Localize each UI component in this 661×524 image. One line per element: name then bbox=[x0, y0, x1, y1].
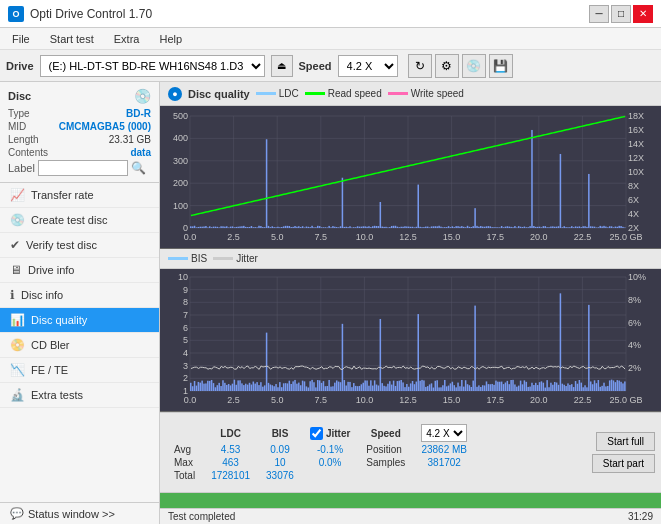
stats-speed-select[interactable]: 4.2 X bbox=[421, 424, 467, 442]
disc-type-row: Type BD-R bbox=[8, 108, 151, 119]
verify-test-disc-icon: ✔ bbox=[10, 238, 20, 252]
nav-label-fe-te: FE / TE bbox=[31, 364, 68, 376]
disc-label-row: Label 🔍 bbox=[8, 160, 151, 176]
stats-bar: LDC BIS Jitter Speed 4.2 X bbox=[160, 412, 661, 492]
save-icon[interactable]: 💾 bbox=[489, 54, 513, 78]
status-window-button[interactable]: 💬 Status window >> bbox=[0, 502, 159, 524]
legend-ldc: LDC bbox=[256, 88, 299, 99]
jitter-color-swatch bbox=[213, 257, 233, 260]
sidebar-item-drive-info[interactable]: 🖥 Drive info bbox=[0, 258, 159, 283]
legend-bis-label: BIS bbox=[191, 253, 207, 264]
disc-contents-row: Contents data bbox=[8, 147, 151, 158]
settings-icon[interactable]: ⚙ bbox=[435, 54, 459, 78]
disc-label-label: Label bbox=[8, 162, 35, 174]
ldc-chart bbox=[160, 106, 661, 249]
progress-bar-container bbox=[160, 492, 661, 508]
titlebar: O Opti Drive Control 1.70 ─ □ ✕ bbox=[0, 0, 661, 28]
sidebar-item-extra-tests[interactable]: 🔬 Extra tests bbox=[0, 383, 159, 408]
stats-total-ldc: 1728101 bbox=[203, 469, 258, 482]
disc-type-value: BD-R bbox=[126, 108, 151, 119]
stats-header-row: LDC BIS Jitter Speed 4.2 X bbox=[166, 423, 475, 443]
write-color-swatch bbox=[388, 92, 408, 95]
legend-bis: BIS bbox=[168, 253, 207, 264]
chart-header: ● Disc quality LDC Read speed Write spee… bbox=[160, 82, 661, 106]
disc-info-icon: ℹ bbox=[10, 288, 15, 302]
nav-label-disc-info: Disc info bbox=[21, 289, 63, 301]
menu-help[interactable]: Help bbox=[155, 32, 186, 46]
stats-avg-label: Avg bbox=[166, 443, 203, 456]
stats-header-speed-label: Speed bbox=[358, 423, 413, 443]
disc-section-label: Disc bbox=[8, 90, 31, 102]
disc-label-input[interactable] bbox=[38, 160, 128, 176]
titlebar-left: O Opti Drive Control 1.70 bbox=[8, 6, 152, 22]
refresh-icon[interactable]: ↻ bbox=[408, 54, 432, 78]
legend-ldc-label: LDC bbox=[279, 88, 299, 99]
status-area: 💬 Status window >> bbox=[0, 502, 159, 524]
menu-extra[interactable]: Extra bbox=[110, 32, 144, 46]
stats-total-row: Total 1728101 33076 bbox=[166, 469, 475, 482]
jitter-checkbox-container: Jitter bbox=[310, 427, 350, 440]
disc-icon[interactable]: 💿 bbox=[462, 54, 486, 78]
disc-label-icon[interactable]: 🔍 bbox=[131, 161, 146, 175]
start-part-button[interactable]: Start part bbox=[592, 454, 655, 473]
menu-file[interactable]: File bbox=[8, 32, 34, 46]
sidebar-item-disc-quality[interactable]: 📊 Disc quality bbox=[0, 308, 159, 333]
menu-start-test[interactable]: Start test bbox=[46, 32, 98, 46]
stats-max-position: 23862 MB bbox=[413, 443, 475, 456]
disc-length-label: Length bbox=[8, 134, 39, 145]
legend-write: Write speed bbox=[388, 88, 464, 99]
legend-jitter: Jitter bbox=[213, 253, 258, 264]
chart-title: Disc quality bbox=[188, 88, 250, 100]
legend-read-label: Read speed bbox=[328, 88, 382, 99]
extra-tests-icon: 🔬 bbox=[10, 388, 25, 402]
nav-label-drive-info: Drive info bbox=[28, 264, 74, 276]
sidebar-item-transfer-rate[interactable]: 📈 Transfer rate bbox=[0, 183, 159, 208]
drive-select[interactable]: (E:) HL-DT-ST BD-RE WH16NS48 1.D3 bbox=[40, 55, 265, 77]
disc-type-label: Type bbox=[8, 108, 30, 119]
sidebar-item-fe-te[interactable]: 📉 FE / TE bbox=[0, 358, 159, 383]
minimize-button[interactable]: ─ bbox=[589, 5, 609, 23]
stats-table: LDC BIS Jitter Speed 4.2 X bbox=[166, 423, 475, 482]
sidebar-item-verify-test-disc[interactable]: ✔ Verify test disc bbox=[0, 233, 159, 258]
disc-mid-row: MID CMCMAGBA5 (000) bbox=[8, 121, 151, 132]
stats-avg-row: Avg 4.53 0.09 -0.1% Position 23862 MB bbox=[166, 443, 475, 456]
start-full-button[interactable]: Start full bbox=[596, 432, 655, 451]
transfer-rate-icon: 📈 bbox=[10, 188, 25, 202]
status-window-label: Status window >> bbox=[28, 508, 115, 520]
stats-avg-ldc: 4.53 bbox=[203, 443, 258, 456]
close-button[interactable]: ✕ bbox=[633, 5, 653, 23]
jitter-check-label: Jitter bbox=[326, 428, 350, 439]
window-controls: ─ □ ✕ bbox=[589, 5, 653, 23]
status-window-icon: 💬 bbox=[10, 507, 24, 520]
disc-section-icon: 💿 bbox=[134, 88, 151, 104]
nav-label-create-test-disc: Create test disc bbox=[31, 214, 107, 226]
main-layout: Disc 💿 Type BD-R MID CMCMAGBA5 (000) Len… bbox=[0, 82, 661, 524]
read-color-swatch bbox=[305, 92, 325, 95]
charts-container: BIS Jitter bbox=[160, 106, 661, 412]
bis-chart bbox=[160, 269, 661, 412]
sidebar-item-disc-info[interactable]: ℹ Disc info bbox=[0, 283, 159, 308]
speed-select[interactable]: 4.2 X bbox=[338, 55, 398, 77]
disc-panel-header: Disc 💿 bbox=[8, 88, 151, 104]
menubar: File Start test Extra Help bbox=[0, 28, 661, 50]
app-logo: O bbox=[8, 6, 24, 22]
eject-button[interactable]: ⏏ bbox=[271, 55, 293, 77]
progress-time: 31:29 bbox=[628, 511, 653, 522]
disc-contents-label: Contents bbox=[8, 147, 48, 158]
drive-info-icon: 🖥 bbox=[10, 263, 22, 277]
sidebar-item-create-test-disc[interactable]: 💿 Create test disc bbox=[0, 208, 159, 233]
ldc-canvas bbox=[160, 106, 661, 248]
stats-avg-bis: 0.09 bbox=[258, 443, 302, 456]
stats-total-label: Total bbox=[166, 469, 203, 482]
stats-header-empty bbox=[166, 423, 203, 443]
maximize-button[interactable]: □ bbox=[611, 5, 631, 23]
stats-header-ldc: LDC bbox=[203, 423, 258, 443]
progress-bar-fill bbox=[160, 493, 661, 508]
stats-position-label: Position bbox=[358, 443, 413, 456]
speed-label: Speed bbox=[299, 60, 332, 72]
cd-bler-icon: 📀 bbox=[10, 338, 25, 352]
sidebar-item-cd-bler[interactable]: 📀 CD Bler bbox=[0, 333, 159, 358]
status-text: Test completed bbox=[168, 511, 235, 522]
content-area: ● Disc quality LDC Read speed Write spee… bbox=[160, 82, 661, 524]
jitter-checkbox[interactable] bbox=[310, 427, 323, 440]
